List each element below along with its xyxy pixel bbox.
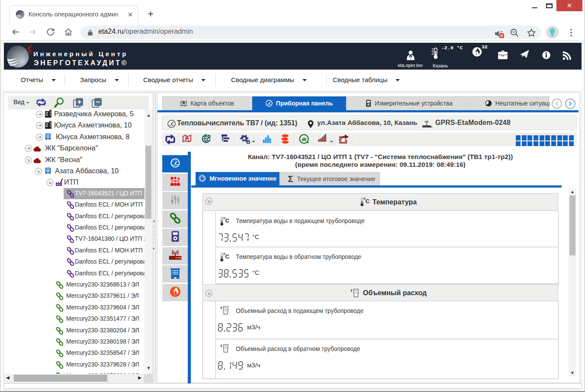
svg-text:C: C — [365, 198, 370, 204]
svg-text:C: C — [225, 217, 230, 224]
svg-text:C: C — [225, 253, 230, 260]
